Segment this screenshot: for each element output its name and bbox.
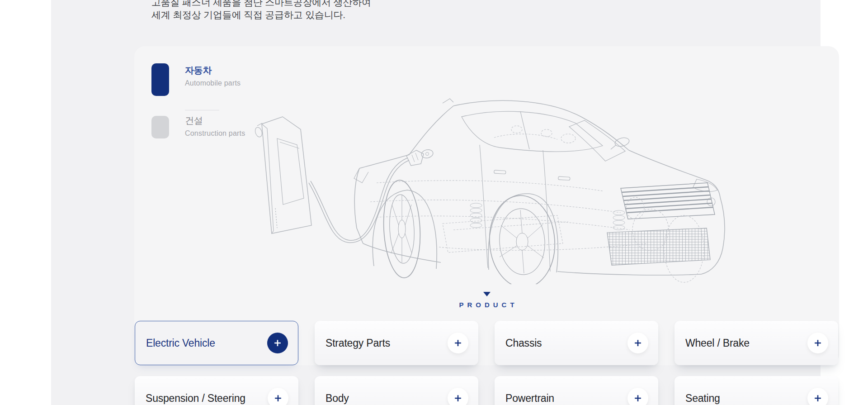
card-seating[interactable]: Seating (675, 376, 838, 405)
tab-construction-label-ko: 건설 (185, 114, 245, 127)
expand-chassis-button[interactable] (627, 333, 648, 353)
ev-car-wireframe-svg (241, 94, 738, 284)
card-powertrain[interactable]: Powertrain (495, 376, 658, 405)
card-electric-vehicle[interactable]: Electric Vehicle (135, 321, 298, 365)
card-label: Body (326, 392, 349, 405)
card-label: Seating (685, 392, 720, 405)
product-section-cue: PRODUCT (134, 290, 839, 309)
plus-icon (273, 393, 283, 403)
car-wheels (381, 179, 558, 284)
tab-automobile-label-ko: 자동차 (185, 64, 241, 76)
card-label: Electric Vehicle (146, 337, 215, 349)
intro-line-2: 세계 최정상 기업들에 직접 공급하고 있습니다. (151, 9, 371, 21)
card-suspension-steering[interactable]: Suspension / Steering (135, 376, 298, 405)
content-background: 고품질 패스너 제품을 첨단 스마트공장에서 생산하여 세계 최정상 기업들에 … (51, 0, 821, 405)
intro-line-1: 고품질 패스너 제품을 첨단 스마트공장에서 생산하여 (151, 0, 371, 9)
expand-body-button[interactable] (448, 388, 468, 405)
expand-powertrain-button[interactable] (627, 388, 648, 405)
card-label: Powertrain (505, 392, 554, 405)
tab-indicator-inactive (151, 116, 169, 138)
plus-icon (633, 338, 643, 348)
plus-icon (633, 393, 643, 403)
tab-divider (185, 110, 219, 110)
card-strategy-parts[interactable]: Strategy Parts (315, 321, 478, 365)
card-label: Suspension / Steering (146, 392, 245, 405)
ev-car-wireframe-illustration (241, 94, 738, 284)
intro-text: 고품질 패스너 제품을 첨단 스마트공장에서 생산하여 세계 최정상 기업들에 … (151, 0, 371, 21)
card-label: Strategy Parts (326, 337, 390, 349)
product-panel: 자동차 Automobile parts 건설 Construction par… (134, 46, 839, 365)
expand-strategy-parts-button[interactable] (448, 333, 468, 353)
page: 고품질 패스너 제품을 첨단 스마트공장에서 생산하여 세계 최정상 기업들에 … (0, 0, 868, 405)
plus-icon (813, 338, 823, 348)
plus-icon (273, 338, 283, 348)
card-body[interactable]: Body (315, 376, 478, 405)
card-label: Wheel / Brake (685, 337, 750, 349)
tab-construction-label-en: Construction parts (185, 129, 245, 138)
card-wheel-brake[interactable]: Wheel / Brake (675, 321, 838, 365)
tab-indicator-active (151, 63, 169, 96)
plus-icon (813, 393, 823, 403)
card-label: Chassis (505, 337, 542, 349)
card-chassis[interactable]: Chassis (495, 321, 658, 365)
expand-suspension-steering-button[interactable] (268, 388, 288, 405)
expand-seating-button[interactable] (807, 388, 828, 405)
plus-icon (453, 338, 463, 348)
plus-icon (453, 393, 463, 403)
triangle-down-icon (483, 292, 491, 296)
tab-automobile-label-en: Automobile parts (185, 79, 241, 87)
product-section-label: PRODUCT (134, 301, 839, 309)
expand-electric-vehicle-button[interactable] (267, 333, 288, 353)
expand-wheel-brake-button[interactable] (807, 333, 828, 353)
